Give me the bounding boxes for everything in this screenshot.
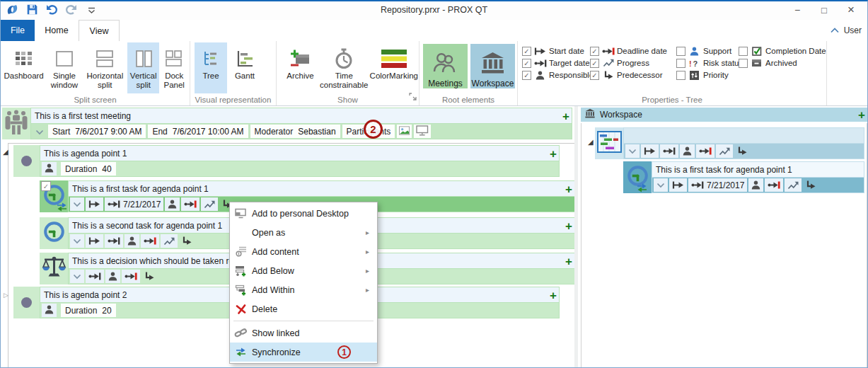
vertical-split-button[interactable]: Vertical split: [127, 42, 159, 93]
undo-button[interactable]: [44, 4, 59, 18]
meeting-title-row[interactable]: This is a first test meeting: [31, 108, 572, 123]
person-chip[interactable]: [125, 234, 139, 248]
expand-chevron[interactable]: [33, 125, 47, 138]
menu-item-synchronize[interactable]: Synchronize1: [230, 343, 377, 362]
predecessor-chip[interactable]: [734, 144, 750, 158]
property-toggle-target-date[interactable]: Target date: [522, 58, 594, 68]
user-menu[interactable]: User: [831, 25, 862, 35]
expand-toggle-agenda1[interactable]: [3, 149, 8, 156]
deadline-chip[interactable]: [765, 178, 783, 192]
workspace-task-title-row[interactable]: This is a first task for agenda point 1: [652, 162, 864, 177]
checkbox-progress[interactable]: [590, 59, 599, 68]
deadline-chip[interactable]: [122, 270, 140, 283]
checkbox-support[interactable]: [676, 47, 685, 56]
workspace-button[interactable]: Workspace: [470, 44, 515, 88]
tab-home[interactable]: Home: [35, 20, 79, 41]
property-toggle-risk-status[interactable]: !?Risk status: [676, 58, 743, 68]
property-toggle-responsible[interactable]: Responsible: [522, 70, 594, 80]
duration-field[interactable]: Duration20: [61, 304, 116, 317]
checkbox-target-date[interactable]: [522, 59, 531, 68]
decision-icon-cell[interactable]: [40, 253, 68, 284]
start-chip[interactable]: [641, 144, 659, 158]
quick-access-dropdown[interactable]: [83, 4, 99, 18]
predecessor-chip[interactable]: [179, 234, 195, 248]
menu-item-add-below[interactable]: Add Below: [230, 261, 377, 280]
progress-chip[interactable]: [201, 197, 218, 211]
menu-item-add-content[interactable]: Add content: [230, 242, 377, 261]
meetings-button[interactable]: Meetings: [423, 44, 468, 88]
start-chip[interactable]: [86, 197, 103, 211]
workspace-header[interactable]: Workspace: [581, 108, 867, 122]
agenda1-title-row[interactable]: This is agenda point 1: [40, 146, 559, 161]
task1-title-row[interactable]: This is a first task for agenda point 1: [69, 181, 574, 196]
checkbox-risk-status[interactable]: [676, 59, 685, 68]
property-toggle-archived[interactable]: Archived: [739, 58, 826, 68]
add-button[interactable]: [565, 219, 572, 231]
target-chip[interactable]: 7/21/2017: [105, 197, 163, 211]
property-toggle-completion-date[interactable]: Completion Date: [739, 46, 826, 56]
expand-toggle-project[interactable]: [588, 139, 594, 146]
agenda-icon-cell[interactable]: [13, 287, 40, 318]
menu-item-add-to-personal-desktop[interactable]: Add to personal Desktop: [230, 204, 377, 223]
progress-chip[interactable]: [716, 144, 733, 158]
checkbox-priority[interactable]: [676, 71, 685, 80]
chevron-chip[interactable]: [70, 270, 84, 283]
add-button[interactable]: [565, 183, 572, 195]
target-chip[interactable]: [86, 270, 104, 283]
responsible-chip[interactable]: [42, 304, 57, 317]
deadline-chip[interactable]: [181, 197, 199, 211]
property-toggle-progress[interactable]: Progress: [590, 58, 667, 68]
property-toggle-start-date[interactable]: Start date: [522, 46, 594, 56]
tab-file[interactable]: File: [1, 20, 35, 41]
menu-item-show-linked[interactable]: Show linked: [230, 323, 377, 343]
property-toggle-predecessor[interactable]: Predecessor: [590, 70, 667, 80]
person-chip[interactable]: [105, 270, 120, 283]
end-field[interactable]: End7/6/2017 10:00 AM: [148, 125, 248, 138]
expand-toggle-agenda2[interactable]: [4, 292, 8, 299]
project-title-row[interactable]: [624, 128, 864, 143]
participants-display-button[interactable]: [414, 125, 431, 138]
chevron-chip[interactable]: [70, 234, 84, 248]
project-icon-cell[interactable]: [595, 127, 623, 159]
checkbox-archived[interactable]: [739, 59, 748, 68]
task2-icon-cell[interactable]: [40, 217, 68, 249]
start-chip[interactable]: [669, 178, 687, 192]
gantt-button[interactable]: Gantt: [227, 42, 262, 93]
add-button[interactable]: [550, 147, 557, 159]
person-chip[interactable]: [680, 144, 695, 158]
predecessor-chip[interactable]: [141, 270, 157, 283]
chevron-chip[interactable]: [625, 144, 640, 158]
time-constrainable-button[interactable]: Time constrainable: [318, 42, 370, 93]
horizontal-split-button[interactable]: Horizontal split: [83, 42, 127, 93]
checkbox-completion-date[interactable]: [739, 47, 748, 56]
moderator-field[interactable]: ModeratorSebastian: [250, 125, 340, 138]
redo-button[interactable]: [64, 4, 79, 18]
target-chip[interactable]: 7/21/2017: [688, 178, 747, 192]
start-chip[interactable]: [86, 234, 103, 248]
person-chip[interactable]: [165, 197, 180, 211]
deadline-chip[interactable]: [141, 234, 159, 248]
workspace-task-icon-cell[interactable]: [623, 161, 652, 193]
collapse-ribbon-icon[interactable]: [831, 25, 839, 35]
add-button[interactable]: [550, 289, 557, 301]
participants-picture-button[interactable]: [397, 125, 412, 138]
tab-view[interactable]: View: [79, 20, 120, 41]
task1-checkbox[interactable]: [41, 181, 51, 191]
property-toggle-priority[interactable]: Priority: [676, 70, 743, 80]
property-toggle-deadline-date[interactable]: Deadline date: [590, 46, 667, 56]
progress-chip[interactable]: [785, 178, 802, 192]
add-button[interactable]: [858, 109, 865, 121]
colormarking-button[interactable]: ColorMarking: [370, 42, 418, 93]
meeting-icon-cell[interactable]: [2, 108, 30, 139]
dialog-launcher-icon[interactable]: [409, 91, 417, 103]
checkbox-start-date[interactable]: [522, 47, 531, 56]
predecessor-chip[interactable]: [803, 178, 818, 192]
responsible-chip[interactable]: [42, 162, 57, 176]
maximize-button[interactable]: [811, 1, 838, 18]
add-button[interactable]: [562, 110, 569, 122]
target-chip[interactable]: [660, 144, 678, 158]
agenda-icon-cell[interactable]: [13, 145, 40, 177]
deadline-chip[interactable]: [696, 144, 714, 158]
archive-button[interactable]: Archive: [282, 42, 318, 93]
single-window-button[interactable]: Single window: [46, 42, 82, 93]
